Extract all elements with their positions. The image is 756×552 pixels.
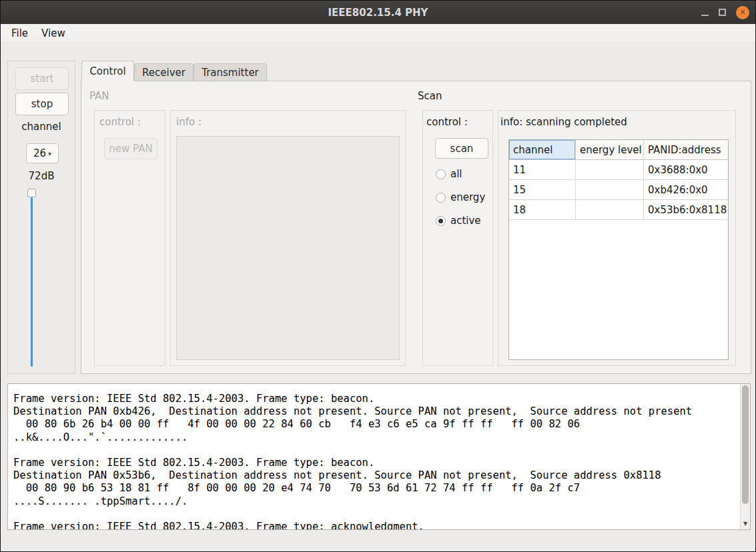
log-line: Destination PAN 0xb426, Destination addr… [13,405,739,418]
pan-control-label: control : [99,116,141,128]
radio-active-label: active [450,215,481,227]
scan-results-table: channel energy level PANID:address 11 0x… [508,139,729,360]
scan-info-box: info: scanning completed channel energy … [498,110,736,366]
log-line: ....S....... .tppSmart..../. [13,495,739,508]
menu-view[interactable]: View [35,25,72,41]
table-row[interactable]: 11 0x3688:0x0 [509,160,728,180]
maximize-button[interactable] [719,9,726,16]
table-header-row: channel energy level PANID:address [509,140,728,160]
scan-button[interactable]: scan [435,138,488,159]
slider-handle[interactable] [27,189,36,197]
header-energy-level[interactable]: energy level [576,140,644,159]
frame-log-view[interactable]: Frame version: IEEE Std 802.15.4-2003. F… [7,383,751,530]
tab-control[interactable]: Control [81,61,134,81]
radio-icon[interactable] [436,216,446,226]
log-line [13,444,739,457]
log-line [13,508,739,521]
scan-control-label: control : [426,116,468,128]
table-row[interactable]: 18 0x53b6:0x8118 [509,200,728,220]
header-channel[interactable]: channel [509,140,576,159]
scroll-down-icon: ▼ [743,521,747,527]
scroll-down-button[interactable]: ▼ [741,518,750,529]
stop-button[interactable]: stop [15,93,69,115]
channel-slider[interactable] [8,187,75,370]
scan-info-label: info: scanning completed [500,116,627,128]
close-button[interactable]: ✕ [736,6,749,19]
window-controls: ✕ [701,1,749,24]
tab-receiver-label: Receiver [142,67,185,79]
scrollbar-thumb[interactable] [742,385,749,504]
radio-energy-label: energy [450,191,485,203]
slider-track [31,197,33,367]
log-line: Frame version: IEEE Std 802.15.4-2003. F… [13,393,739,405]
chevron-down-icon: ▾ [48,150,51,157]
table-row[interactable]: 15 0xb426:0x0 [509,180,728,200]
tab-transmitter-label: Transmitter [202,67,259,79]
cell-channel[interactable]: 18 [509,200,576,219]
tab-receiver[interactable]: Receiver [134,63,194,81]
channel-select-value: 26 [33,147,46,159]
pan-group-title: PAN [89,90,109,102]
frame-log-text: Frame version: IEEE Std 802.15.4-2003. F… [8,384,739,529]
cell-energy[interactable] [576,200,644,219]
titlebar[interactable]: IEEE802.15.4 PHY ✕ [1,1,755,24]
menubar: File View [1,24,755,42]
log-line: Frame version: IEEE Std 802.15.4-2003. F… [13,457,739,469]
channel-select[interactable]: 26 ▾ [26,143,59,163]
scan-group-title: Scan [418,90,442,102]
radio-all-label: all [450,168,462,180]
radio-active[interactable]: active [436,215,481,227]
pan-info-box: info : [170,110,406,366]
cell-panid[interactable]: 0x53b6:0x8118 [644,200,728,219]
minimize-button[interactable] [701,9,709,16]
close-icon: ✕ [739,8,745,17]
tab-control-label: Control [89,65,125,77]
cell-energy[interactable] [576,160,644,179]
level-label: 72dB [8,170,75,182]
tab-content: PAN control : new PAN info : Scan contro… [81,81,751,374]
cell-energy[interactable] [576,180,644,199]
new-pan-button[interactable]: new PAN [104,138,157,159]
left-panel: start stop channel 26 ▾ 72dB [7,61,75,374]
start-button[interactable]: start [15,67,69,90]
cell-channel[interactable]: 11 [509,160,576,179]
cell-panid[interactable]: 0x3688:0x0 [644,160,728,179]
log-line: ..k&....O...".`............. [13,431,739,444]
radio-energy[interactable]: energy [436,191,485,203]
pan-control-box: control : new PAN [94,110,165,366]
radio-all[interactable]: all [436,168,462,180]
log-line: Frame version: IEEE Std 802.15.4-2003. F… [13,521,739,529]
log-line: 00 80 6b 26 b4 00 00 ff 4f 00 00 00 22 8… [13,418,739,431]
radio-icon[interactable] [436,169,446,179]
cell-panid[interactable]: 0xb426:0x0 [644,180,728,199]
radio-icon[interactable] [436,193,446,203]
log-line: Destination PAN 0x53b6, Destination addr… [13,469,739,482]
cell-channel[interactable]: 15 [509,180,576,199]
vertical-scrollbar[interactable]: ▼ [740,384,750,529]
pan-info-textarea[interactable] [176,136,400,360]
menu-file[interactable]: File [5,25,35,41]
app-window: IEEE802.15.4 PHY ✕ File View start stop … [0,0,756,552]
window-title: IEEE802.15.4 PHY [328,7,428,19]
tab-transmitter[interactable]: Transmitter [194,63,267,81]
scan-control-box: control : scan all energy active [422,110,493,366]
pan-info-label: info : [176,116,202,128]
header-panid-address[interactable]: PANID:address [644,140,728,159]
channel-label: channel [8,121,75,133]
log-line: 00 80 90 b6 53 18 81 ff 8f 00 00 00 20 e… [13,482,739,495]
